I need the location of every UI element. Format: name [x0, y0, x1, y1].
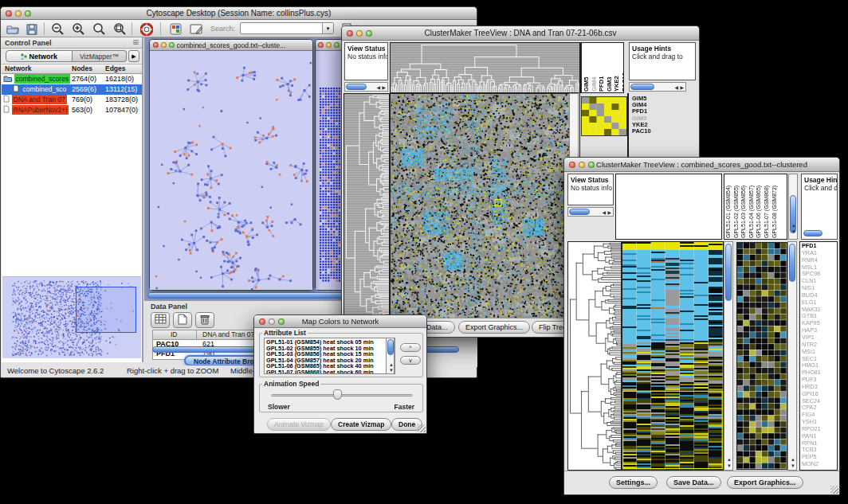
- attribute-item: GPL51-07 (GSM868) heat shock 60 min: [266, 369, 393, 374]
- network-view-grid[interactable]: [316, 51, 344, 290]
- view-status-scrollbar[interactable]: ◀ ▶: [344, 82, 388, 92]
- search-label: Search:: [210, 25, 235, 33]
- attribute-select-button[interactable]: [151, 312, 170, 328]
- treeview-dna-titlebar[interactable]: ClusterMaker TreeView : DNA and Tran 07-…: [342, 26, 699, 41]
- data-panel-title: Data Panel: [151, 303, 187, 311]
- column-dendrogram[interactable]: [390, 42, 581, 93]
- table-icon: [155, 314, 167, 324]
- node-tools-icon[interactable]: [167, 21, 184, 37]
- view-status-scrollbar[interactable]: ◀ ▶: [567, 207, 614, 217]
- main-window-title: Cytoscape Desktop (Session Name: collins…: [1, 9, 477, 18]
- column-labels-scrollbar[interactable]: ▲ ▼: [788, 174, 798, 240]
- column-label: GPL51-03 (GSM856): [740, 175, 748, 238]
- attribute-listbox[interactable]: GPL51-01 (GSM854) heat shock 05 minGPL51…: [264, 338, 395, 374]
- treeview-dna-title: ClusterMaker TreeView : DNA and Tran 07-…: [342, 29, 699, 37]
- network-row-selected[interactable]: combined_sco 2569(6) 13112(15): [2, 84, 142, 95]
- new-document-icon: [178, 314, 187, 325]
- treeview-combined-title: ClusterMaker TreeView : combined_scores_…: [564, 160, 839, 169]
- export-graphics-button[interactable]: Export Graphics...: [458, 321, 530, 334]
- delete-attribute-button[interactable]: [195, 312, 214, 328]
- column-label: GPL51-01 (GSM854): [725, 175, 732, 238]
- network-row[interactable]: combined_scores 2764(0) 16218(0): [2, 74, 142, 84]
- zoom-button[interactable]: [334, 42, 340, 48]
- resize-grip[interactable]: [830, 486, 838, 494]
- network-row[interactable]: DNA and Tran 07 769(0) 183728(0): [2, 95, 142, 105]
- column-label: GPL51-06 (GSM865): [756, 175, 763, 238]
- zoom-in-icon[interactable]: [69, 21, 87, 37]
- zoom-vscrollbar[interactable]: ▲ ▼: [787, 241, 797, 471]
- attribute-list-scrollbar[interactable]: ▲ ▼: [386, 338, 395, 374]
- column-label: PAC10: [622, 44, 624, 92]
- view-status-panel: View Status No status info for: [567, 174, 614, 205]
- gene-labels: PFD1YRA1RNR4MSL1SPC98CLN1NIS1BUD4ELG1MAK…: [799, 241, 838, 471]
- tab-vizmapper[interactable]: VizMapper™: [73, 50, 127, 62]
- network-row[interactable]: RNAPuberNov2+I 563(0) 107847(0): [2, 105, 142, 115]
- minimize-button[interactable]: [326, 42, 332, 48]
- new-attribute-button[interactable]: [173, 312, 192, 328]
- column-labels-rotated: GPL51-01 (GSM854)GPL51-02 (GSM855)GPL51-…: [724, 174, 787, 240]
- control-panel: Control Panel ⊞ Network VizMapper™ ▶ Net…: [2, 37, 143, 362]
- save-data-button[interactable]: Save Data...: [666, 476, 721, 489]
- main-titlebar[interactable]: Cytoscape Desktop (Session Name: collins…: [1, 7, 477, 20]
- network-overview-thumbnail[interactable]: [2, 276, 141, 358]
- float-panel-icon[interactable]: ⊞: [132, 38, 139, 46]
- attribute-list-group: Attribute List GPL51-01 (GSM854) heat sh…: [259, 333, 423, 377]
- control-panel-tabs: Network VizMapper™ ▶: [2, 49, 142, 64]
- move-up-button[interactable]: ^: [400, 343, 421, 352]
- animation-speed-group: Animation Speed Slower Faster: [259, 384, 423, 412]
- column-label: YKE2: [614, 44, 621, 92]
- view-status-panel: View Status No status info for: [344, 42, 388, 80]
- save-session-icon[interactable]: [23, 21, 41, 37]
- settings-button[interactable]: Settings...: [609, 476, 658, 489]
- map-colors-dialog: Map Colors to Network Attribute List GPL…: [253, 315, 427, 434]
- search-input[interactable]: [241, 24, 321, 33]
- column-labels-rotated: GIM5GIM4PFD1GIM3YKE2PAC10: [581, 42, 624, 93]
- column-label: PFD1: [599, 44, 606, 92]
- dialog-titlebar[interactable]: Map Colors to Network: [254, 315, 426, 328]
- column-label: GPL51-08 (GSM872): [771, 175, 779, 238]
- network-table-header: Network Nodes Edges: [2, 64, 142, 74]
- main-heatmap[interactable]: [622, 241, 724, 471]
- close-button[interactable]: [318, 42, 324, 48]
- network-window-title: combined_scores_good.txt--cluste...: [150, 41, 312, 49]
- column-tree-area: [615, 174, 722, 240]
- zoom-row-label: PAC10: [632, 128, 664, 135]
- folder-icon: [3, 75, 12, 82]
- zoom-fit-icon[interactable]: [90, 21, 108, 37]
- zoom-selected-icon[interactable]: [111, 21, 128, 37]
- zoom-row-labels: GIM5GIM4PFD1GIM3YKE2PAC10: [632, 96, 664, 135]
- row-dendrogram[interactable]: [567, 241, 622, 471]
- heatmap-vscrollbar[interactable]: ▲ ▼: [724, 241, 733, 471]
- animation-slider-track[interactable]: [271, 394, 413, 397]
- open-session-icon[interactable]: [4, 21, 22, 37]
- column-label: GPL51-04 (GSM857): [748, 175, 756, 238]
- treeview-combined-titlebar[interactable]: ClusterMaker TreeView : combined_scores_…: [564, 158, 839, 172]
- help-ring-icon[interactable]: [138, 21, 155, 37]
- zoom-heatmap[interactable]: [581, 96, 627, 136]
- usage-hints-scrollbar[interactable]: ◀ ▶: [629, 82, 686, 92]
- document-icon: [3, 95, 10, 103]
- tab-overflow-button[interactable]: ▶: [128, 50, 139, 62]
- column-label: GIM5: [583, 44, 591, 92]
- network-window-1: combined_scores_good.txt--cluste...: [149, 39, 313, 291]
- search-dropdown-arrow[interactable]: ▾: [322, 23, 333, 33]
- tab-network[interactable]: Network: [6, 50, 73, 62]
- export-graphics-button[interactable]: Export Graphics...: [727, 476, 803, 489]
- network-tree-icon: [21, 53, 27, 60]
- usage-hints-panel: Usage Hints Click and drag to: [801, 174, 838, 240]
- zoom-out-icon[interactable]: [49, 21, 66, 37]
- create-vizmap-button[interactable]: Create Vizmap: [331, 418, 391, 431]
- gene-label: MON2: [802, 461, 835, 468]
- zoom-heatmap[interactable]: [736, 242, 787, 470]
- move-down-button[interactable]: v: [400, 356, 421, 365]
- resize-grip[interactable]: [418, 424, 426, 432]
- network-view-canvas[interactable]: [150, 51, 312, 290]
- column-label: GPL51-07 (GSM868): [764, 175, 771, 238]
- document-icon: [13, 84, 19, 92]
- annotation-icon[interactable]: [187, 21, 205, 37]
- animate-vizmap-button[interactable]: Animate Vizmap: [267, 418, 331, 431]
- animation-slider-thumb[interactable]: [333, 389, 342, 400]
- main-heatmap[interactable]: [390, 93, 570, 319]
- row-dendrogram[interactable]: [344, 93, 390, 319]
- trash-icon: [200, 314, 210, 325]
